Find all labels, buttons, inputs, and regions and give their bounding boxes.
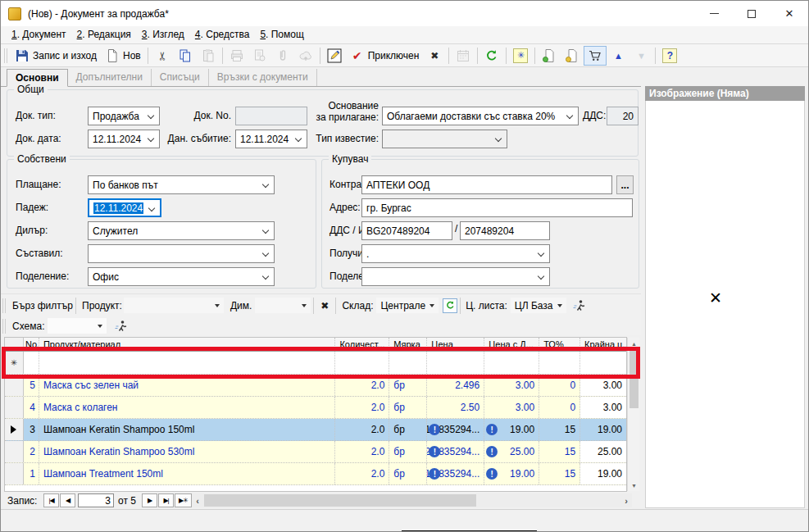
basis-combo[interactable]: Облагаеми доставки със ставка 20% (382, 107, 579, 125)
new-record-row[interactable]: ✳ (5, 352, 626, 375)
warehouse-refresh-button[interactable] (443, 298, 457, 313)
col-product[interactable]: Продукт/материал (39, 338, 335, 351)
scrollbar-thumb[interactable] (629, 351, 639, 408)
contractor-browse-button[interactable]: ... (616, 175, 634, 194)
paste-button[interactable] (197, 46, 220, 66)
col-price[interactable]: Цена (427, 338, 484, 351)
cut-button[interactable]: ✂ (151, 46, 174, 66)
author-combo[interactable] (88, 244, 275, 263)
nav-next-button[interactable]: ▶ (142, 493, 157, 507)
move-down-button[interactable]: ▼ (629, 46, 652, 66)
scroll-down-icon[interactable]: ▾ (628, 480, 640, 491)
warning-icon: ! (486, 424, 498, 435)
notice-type-combo[interactable] (382, 130, 507, 148)
scroll-up-icon[interactable]: ▴ (628, 338, 640, 349)
menu-item-tools[interactable]: 4. Средства (191, 27, 257, 43)
doc-date-combo[interactable]: 12.11.2024 (88, 130, 160, 148)
dim-filter-combo[interactable] (255, 298, 311, 313)
menu-item-help[interactable]: 5. Помощ (256, 27, 310, 43)
table-row[interactable]: 5 Маска със зелен чай 2.0 бр 2.496 3.00 … (5, 375, 626, 397)
scheme-run-icon[interactable] (113, 319, 128, 334)
calendar-button[interactable] (452, 46, 475, 66)
record-number-field[interactable]: 3 (78, 493, 114, 507)
scheme-grip (2, 319, 6, 334)
id-no-field[interactable]: 207489204 (460, 221, 550, 240)
row-selector[interactable] (5, 375, 24, 396)
scroll-left-icon[interactable]: ‹ (192, 493, 203, 507)
menu-item-edit[interactable]: 2. Редакция (73, 27, 138, 43)
attach-button[interactable] (271, 46, 294, 66)
doc-type-combo[interactable]: Продажба (88, 107, 160, 125)
save-exit-button[interactable]: Запис и изход (11, 46, 101, 66)
completed-toggle[interactable]: ✔ Приключен (346, 46, 424, 66)
nav-prev-button[interactable]: ◀ (60, 493, 75, 507)
scheme-marker-button[interactable]: ✳ (509, 46, 532, 66)
contractor-field[interactable]: АПТЕКИ ООД (361, 175, 612, 194)
copy-button[interactable] (174, 46, 197, 66)
table-row[interactable]: 2 Шампоан Keratin Shampoo 530ml 2.0 бр !… (5, 441, 626, 463)
grid-vertical-scrollbar[interactable]: ▴ ▾ (627, 338, 639, 491)
maximize-button[interactable] (733, 1, 770, 26)
col-no[interactable]: No. (24, 338, 39, 351)
buyer-division-combo[interactable] (361, 267, 550, 286)
scheme-combo[interactable] (48, 318, 107, 334)
nav-new-button[interactable]: ▶✳ (175, 493, 192, 507)
scroll-right-icon[interactable]: › (620, 493, 632, 507)
tab-links[interactable]: Връзки с документи (209, 69, 317, 86)
doc-green-button[interactable] (538, 46, 561, 66)
nav-last-button[interactable]: ▶| (158, 493, 174, 507)
clear-filter-button[interactable]: ✖ (316, 298, 333, 313)
nav-first-button[interactable]: |◀ (43, 493, 59, 507)
help-button[interactable]: ? (658, 46, 681, 66)
due-date-combo[interactable]: 12.11.2024 (88, 198, 161, 217)
minimize-button[interactable] (695, 1, 733, 26)
tax-event-combo[interactable]: 12.11.2024 (235, 130, 307, 148)
product-filter-label: Продукт: (82, 300, 122, 311)
row-selector[interactable] (5, 397, 24, 418)
product-filter-combo[interactable] (124, 298, 224, 313)
print-button[interactable] (225, 46, 248, 66)
warehouse-combo[interactable]: Централе (376, 298, 439, 313)
new-label: Нов (123, 50, 141, 61)
table-row[interactable]: 1 Шампоан Treatment 150ml 2.0 бр !15.835… (5, 463, 626, 485)
payment-combo[interactable]: По банков път (88, 175, 275, 194)
delete-button[interactable]: ✖ (423, 46, 446, 66)
row-pointer-icon (11, 425, 16, 434)
doc-yellow-button[interactable] (561, 46, 584, 66)
cart-button[interactable] (584, 46, 607, 66)
edit-mode-button[interactable] (323, 46, 346, 66)
menu-item-document[interactable]: 1. Документ (7, 27, 73, 43)
table-row-selected[interactable]: 3 Шампоан Keratin Shampoo 150ml 2.0 бр !… (5, 419, 626, 441)
doc-no-field[interactable] (235, 107, 307, 125)
new-button[interactable]: Нов (101, 46, 145, 66)
received-by-combo[interactable]: . (361, 244, 550, 263)
toolbar-grip (4, 48, 7, 63)
table-row[interactable]: 4 Маска с колаген 2.0 бр 2.50 3.00 0 3.0… (5, 397, 626, 419)
address-field[interactable]: гр. Бургас (361, 198, 633, 217)
col-quantity[interactable]: Количест... (335, 338, 389, 351)
row-selector[interactable] (5, 441, 24, 462)
vat-rate-field[interactable]: 20 (607, 107, 639, 125)
refresh-button[interactable] (480, 46, 503, 66)
scrollbar-thumb[interactable] (204, 494, 476, 507)
own-division-label: Поделение: (16, 271, 69, 282)
col-final-price[interactable]: Крайна ц... (580, 338, 626, 351)
row-selector[interactable] (5, 463, 24, 484)
pricelist-combo[interactable]: ЦЛ База (511, 298, 566, 313)
col-discount[interactable]: ТО% (539, 338, 580, 351)
chevron-down-icon (262, 227, 269, 234)
tab-additional[interactable]: Допълнителни (68, 69, 152, 86)
print-preview-button[interactable] (248, 46, 271, 66)
close-button[interactable]: ✕ (770, 1, 808, 26)
tab-lists[interactable]: Списъци (152, 69, 209, 86)
own-division-combo[interactable]: Офис (88, 267, 275, 286)
dealer-combo[interactable]: Служител (88, 221, 275, 240)
col-price-vat[interactable]: Цена с Д... (484, 338, 539, 351)
vat-no-field[interactable]: BG207489204 (361, 221, 452, 240)
col-unit[interactable]: Мярка (389, 338, 427, 351)
new-row-marker: ✳ (5, 352, 24, 374)
upload-button[interactable] (294, 46, 317, 66)
pricelist-run-icon[interactable] (571, 298, 586, 313)
move-up-button[interactable]: ▲ (607, 46, 629, 66)
menu-item-view[interactable]: 3. Изглед (138, 27, 191, 43)
